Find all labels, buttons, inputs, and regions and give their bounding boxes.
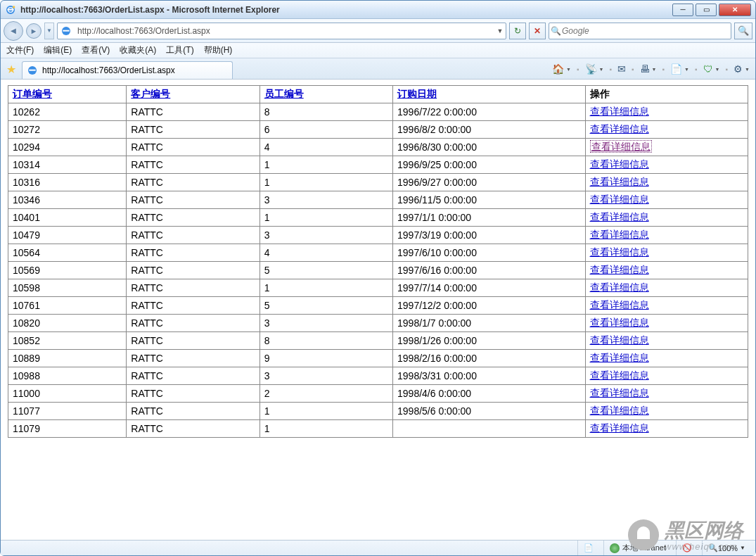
view-details-link[interactable]: 查看详细信息 bbox=[590, 211, 649, 222]
refresh-button[interactable]: ↻ bbox=[509, 23, 526, 39]
minimize-button[interactable]: ─ bbox=[672, 4, 693, 16]
menu-edit[interactable]: 编辑(E) bbox=[44, 44, 72, 56]
home-button[interactable]: 🏠▼ bbox=[549, 61, 574, 77]
nav-history-dropdown[interactable]: ▼ bbox=[44, 23, 54, 39]
search-go-button[interactable]: 🔍 bbox=[734, 23, 752, 39]
cell-order_date: 1997/1/1 0:00:00 bbox=[393, 209, 586, 227]
safety-icon: 🛡 bbox=[703, 63, 713, 75]
cell-order_date: 1997/7/14 0:00:00 bbox=[393, 279, 586, 297]
table-row: 10316RATTC11996/9/27 0:00:00查看详细信息 bbox=[8, 174, 748, 191]
tools-menu-button[interactable]: ⚙▼ bbox=[731, 61, 752, 77]
print-button[interactable]: 🖶▼ bbox=[637, 61, 660, 77]
search-input[interactable] bbox=[562, 26, 731, 36]
view-details-link[interactable]: 查看详细信息 bbox=[590, 405, 649, 416]
header-customer-id[interactable]: 客户编号 bbox=[131, 88, 170, 99]
cell-action: 查看详细信息 bbox=[585, 367, 748, 385]
view-details-link[interactable]: 查看详细信息 bbox=[590, 246, 649, 258]
address-dropdown-icon[interactable]: ▼ bbox=[494, 27, 506, 34]
separator: ▪ bbox=[724, 65, 730, 73]
stop-button[interactable]: ✕ bbox=[529, 23, 546, 39]
cell-customer_id: RATTC bbox=[127, 139, 260, 156]
view-details-link[interactable]: 查看详细信息 bbox=[590, 282, 649, 293]
view-details-link[interactable]: 查看详细信息 bbox=[590, 106, 649, 117]
status-zoom[interactable]: 🔍 100% ▼ bbox=[702, 541, 751, 555]
cell-order_id: 10294 bbox=[8, 139, 127, 156]
menu-view[interactable]: 查看(V) bbox=[82, 44, 110, 56]
separator: ▪ bbox=[661, 65, 667, 73]
page-content: 订单编号 客户编号 员工编号 订购日期 操作 10262RATTC81996/7… bbox=[1, 80, 755, 540]
table-row: 10294RATTC41996/8/30 0:00:00查看详细信息 bbox=[8, 139, 748, 156]
cell-order_date: 1996/7/22 0:00:00 bbox=[393, 103, 586, 121]
table-row: 10262RATTC81996/7/22 0:00:00查看详细信息 bbox=[8, 103, 748, 121]
cell-customer_id: RATTC bbox=[127, 367, 260, 385]
menu-help[interactable]: 帮助(H) bbox=[204, 44, 233, 56]
zoom-dropdown-icon: ▼ bbox=[740, 545, 745, 551]
menu-tools[interactable]: 工具(T) bbox=[166, 44, 193, 56]
header-order-id[interactable]: 订单编号 bbox=[13, 88, 52, 99]
view-details-link[interactable]: 查看详细信息 bbox=[590, 158, 649, 170]
menu-file[interactable]: 文件(F) bbox=[6, 44, 34, 56]
cell-order_date: 1997/6/10 0:00:00 bbox=[393, 244, 586, 262]
cell-order_id: 11079 bbox=[8, 420, 127, 438]
cell-action: 查看详细信息 bbox=[585, 121, 748, 139]
cell-order_id: 10262 bbox=[8, 103, 127, 121]
table-row: 10314RATTC11996/9/25 0:00:00查看详细信息 bbox=[8, 156, 748, 174]
cell-order_id: 10598 bbox=[8, 279, 127, 297]
view-details-link[interactable]: 查看详细信息 bbox=[590, 352, 649, 363]
cell-action: 查看详细信息 bbox=[585, 191, 748, 209]
table-row: 10479RATTC31997/3/19 0:00:00查看详细信息 bbox=[8, 227, 748, 244]
view-details-link[interactable]: 查看详细信息 bbox=[590, 123, 649, 134]
favorites-star-icon[interactable]: ★ bbox=[4, 61, 19, 77]
cell-customer_id: RATTC bbox=[127, 315, 260, 332]
cell-order_date bbox=[393, 420, 586, 438]
address-input[interactable] bbox=[75, 26, 494, 36]
cell-action: 查看详细信息 bbox=[585, 209, 748, 227]
shield-off-icon: 🚫 bbox=[682, 543, 692, 552]
rss-icon: 📡 bbox=[585, 63, 597, 75]
cell-order_id: 10889 bbox=[8, 350, 127, 367]
view-details-link[interactable]: 查看详细信息 bbox=[590, 317, 649, 328]
view-details-link[interactable]: 查看详细信息 bbox=[590, 229, 649, 240]
cell-order_id: 10346 bbox=[8, 191, 127, 209]
view-details-link[interactable]: 查看详细信息 bbox=[590, 369, 649, 381]
maximize-button[interactable]: ▭ bbox=[696, 4, 717, 16]
cell-order_id: 10761 bbox=[8, 297, 127, 315]
mail-button[interactable]: ✉ bbox=[615, 61, 629, 77]
cell-employee_id: 8 bbox=[260, 332, 392, 350]
tab-bar: ★ http://localhost:7663/OrderList.aspx 🏠… bbox=[1, 58, 755, 80]
header-order-date[interactable]: 订购日期 bbox=[397, 88, 437, 99]
cell-order_id: 11000 bbox=[8, 385, 127, 403]
header-actions: 操作 bbox=[585, 86, 748, 103]
table-row: 10346RATTC31996/11/5 0:00:00查看详细信息 bbox=[8, 191, 748, 209]
cell-order_id: 10564 bbox=[8, 244, 127, 262]
table-row: 10988RATTC31998/3/31 0:00:00查看详细信息 bbox=[8, 367, 748, 385]
view-details-link[interactable]: 查看详细信息 bbox=[590, 387, 649, 398]
view-details-link[interactable]: 查看详细信息 bbox=[590, 264, 649, 275]
cell-order_id: 11077 bbox=[8, 403, 127, 420]
view-details-link[interactable]: 查看详细信息 bbox=[590, 422, 649, 434]
view-details-link[interactable]: 查看详细信息 bbox=[590, 176, 649, 187]
browser-tab[interactable]: http://localhost:7663/OrderList.aspx bbox=[22, 61, 233, 79]
cell-action: 查看详细信息 bbox=[585, 385, 748, 403]
view-details-link[interactable]: 查看详细信息 bbox=[590, 194, 649, 205]
page-menu-button[interactable]: 📄▼ bbox=[667, 61, 692, 77]
header-employee-id[interactable]: 员工编号 bbox=[264, 88, 304, 99]
cell-employee_id: 5 bbox=[260, 262, 392, 279]
view-details-link[interactable]: 查看详细信息 bbox=[590, 140, 652, 153]
cell-order_id: 10852 bbox=[8, 332, 127, 350]
cell-action: 查看详细信息 bbox=[585, 403, 748, 420]
view-details-link[interactable]: 查看详细信息 bbox=[590, 299, 649, 310]
cell-customer_id: RATTC bbox=[127, 191, 260, 209]
table-row: 10761RATTC51997/12/2 0:00:00查看详细信息 bbox=[8, 297, 748, 315]
forward-button[interactable]: ► bbox=[26, 23, 41, 39]
cell-order_date: 1998/2/16 0:00:00 bbox=[393, 350, 586, 367]
table-row: 10820RATTC31998/1/7 0:00:00查看详细信息 bbox=[8, 315, 748, 332]
safety-button[interactable]: 🛡▼ bbox=[700, 61, 723, 77]
menu-favorites[interactable]: 收藏夹(A) bbox=[120, 44, 156, 56]
search-box[interactable]: 🔍 bbox=[549, 23, 731, 39]
close-button[interactable]: ✕ bbox=[719, 4, 751, 16]
view-details-link[interactable]: 查看详细信息 bbox=[590, 334, 649, 346]
feeds-button[interactable]: 📡▼ bbox=[582, 61, 607, 77]
back-button[interactable]: ◄ bbox=[4, 21, 23, 41]
address-bar[interactable]: ▼ bbox=[57, 23, 506, 39]
